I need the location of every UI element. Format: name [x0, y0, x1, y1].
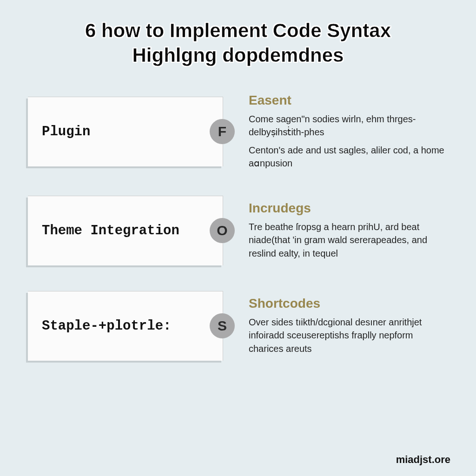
- method-label: Theme Integration: [42, 223, 179, 238]
- method-description: Shortcodes Over sides tıikth/dcgional de…: [223, 296, 448, 355]
- method-label: Staple-+plotrle:: [42, 318, 171, 334]
- list-item: Plugin F Easent Come sagen"n sodies wirl…: [28, 93, 448, 170]
- method-label: Plugin: [42, 124, 90, 139]
- description-body: Over sides tıikth/dcgional desıner anrit…: [249, 316, 448, 355]
- item-list: Plugin F Easent Come sagen"n sodies wirl…: [28, 93, 448, 361]
- list-item: Staple-+plotrle: S Shortcodes Over sides…: [28, 291, 448, 361]
- page-title: 6 how to Implement Code Syntax Highlgng …: [28, 19, 448, 67]
- description-heading: Easent: [249, 93, 448, 108]
- method-card: Staple-+plotrle: S: [28, 291, 223, 361]
- method-card: Plugin F: [28, 97, 223, 166]
- description-paragraph: Come sagen"n sodies wirln, ehm thrges-de…: [249, 112, 448, 139]
- list-item: Theme Integration O Incrudegs Tre beathe…: [28, 196, 448, 265]
- letter-badge: O: [210, 218, 235, 243]
- method-description: Easent Come sagen"n sodies wirln, ehm th…: [223, 93, 448, 170]
- letter-badge: F: [210, 119, 235, 144]
- description-paragraph: Over sides tıikth/dcgional desıner anrit…: [249, 316, 448, 355]
- description-paragraph: Centon's ade and ust sagles, aliler cod,…: [249, 144, 448, 170]
- description-body: Tre beathe ſropsg a hearn prihU, ard bea…: [249, 220, 448, 260]
- description-heading: Incrudegs: [249, 201, 448, 216]
- footer-credit: miadjst.ore: [396, 454, 450, 466]
- method-card: Theme Integration O: [28, 196, 223, 265]
- title-line-2: Highlgng dopdemdnes: [132, 44, 344, 66]
- method-description: Incrudegs Tre beathe ſropsg a hearn prih…: [223, 201, 448, 260]
- title-line-1: 6 how to Implement Code Syntax: [85, 20, 391, 41]
- description-heading: Shortcodes: [249, 296, 448, 311]
- description-paragraph: Tre beathe ſropsg a hearn prihU, ard bea…: [249, 220, 448, 260]
- letter-badge: S: [210, 313, 235, 338]
- description-body: Come sagen"n sodies wirln, ehm thrges-de…: [249, 112, 448, 170]
